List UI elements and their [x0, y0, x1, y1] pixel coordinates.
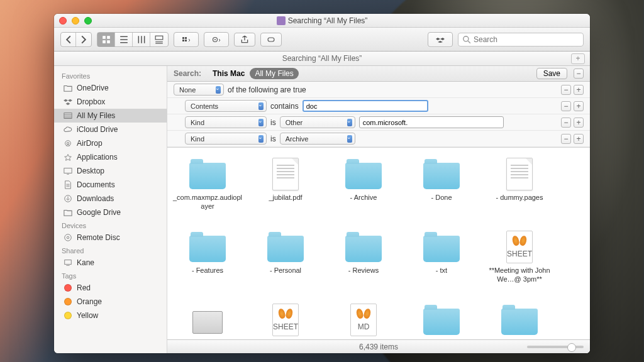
icon-view-button[interactable] [97, 33, 115, 47]
file-item[interactable]: SHEET# 5 best 4K games: the best…lay in … [247, 301, 325, 339]
criteria-attr-dropdown[interactable]: Kind [185, 116, 267, 128]
sidebar-item-applications[interactable]: Applications [54, 150, 167, 164]
sidebar-item-yellow[interactable]: Yellow [54, 309, 167, 322]
sidebar-item-kane[interactable]: Kane [54, 256, 167, 270]
sidebar-item-dropbox[interactable]: Dropbox [54, 95, 167, 109]
file-name: - dummy.pages [496, 193, 543, 202]
svg-rect-4 [155, 36, 163, 40]
search-label: Search: [174, 69, 201, 78]
search-input[interactable] [474, 35, 579, 44]
sidebar-item-label: Google Drive [77, 208, 121, 217]
pages-icon [499, 158, 540, 190]
remove-criteria-button[interactable]: − [561, 134, 571, 144]
svg-rect-0 [103, 36, 106, 39]
sidebar-item-onedrive[interactable]: OneDrive [54, 81, 167, 95]
svg-rect-20 [65, 260, 72, 265]
tag-icon [63, 283, 73, 293]
remove-criteria-button[interactable]: − [574, 69, 584, 79]
coverflow-view-button[interactable] [150, 33, 168, 47]
action-button[interactable] [204, 33, 228, 47]
criteria-value-dropdown[interactable]: Archive [280, 133, 355, 145]
criteria-attr-dropdown[interactable]: Kind [185, 133, 267, 145]
file-item[interactable]: $RECYCLE.BIN [480, 301, 558, 339]
criteria-row: Contentscontains−+ [167, 98, 590, 114]
sidebar-item-documents[interactable]: Documents [54, 178, 167, 192]
back-button[interactable] [61, 33, 76, 47]
file-item[interactable]: _com.maxmpz.audioplayer [169, 155, 247, 228]
dropbox-icon [63, 97, 73, 107]
folder-icon [265, 231, 306, 263]
forward-button[interactable] [76, 33, 91, 47]
criteria-input[interactable] [303, 100, 428, 112]
scope-this-mac[interactable]: This Mac [208, 68, 250, 79]
sidebar-item-google-drive[interactable]: Google Drive [54, 206, 167, 219]
arrange-button[interactable] [174, 33, 198, 47]
add-criteria-button[interactable]: + [574, 85, 584, 95]
file-item[interactable]: - Reviews [325, 228, 402, 301]
sidebar-item-label: AirDrop [77, 139, 103, 148]
file-item[interactable]: - txt [402, 228, 480, 301]
toolbar [54, 28, 590, 52]
item-count: 6,439 items [359, 343, 398, 351]
criteria-attr-dropdown[interactable]: None [174, 84, 224, 96]
sidebar-item-airdrop[interactable]: AirDrop [54, 136, 167, 150]
sidebar-header: Devices [54, 219, 167, 231]
share-button[interactable] [234, 33, 255, 47]
file-item[interactable]: - Features [169, 228, 247, 301]
file-item[interactable]: /.JPG [169, 301, 247, 339]
file-item[interactable]: SHEET**Meeting with John We…@ 3pm** [480, 228, 558, 301]
sidebar-item-remote-disc[interactable]: Remote Disc [54, 231, 167, 244]
sidebar-item-icloud-drive[interactable]: iCloud Drive [54, 123, 167, 136]
folder-icon [187, 231, 228, 263]
sidebar-item-desktop[interactable]: Desktop [54, 164, 167, 178]
criteria-input[interactable] [359, 116, 504, 128]
file-grid[interactable]: _com.maxmpz.audioplayer_jubilat.pdf- Arc… [167, 148, 590, 339]
cloud-icon [63, 124, 73, 134]
sidebar-item-red[interactable]: Red [54, 281, 167, 295]
sidebar-item-label: Kane [77, 258, 94, 267]
sidebar: FavoritesOneDriveDropboxAll My FilesiClo… [54, 66, 167, 353]
sidebar-item-all-my-files[interactable]: All My Files [54, 109, 167, 123]
criteria-value-dropdown[interactable]: Other [280, 116, 355, 128]
scope-all-my-files[interactable]: All My Files [250, 68, 298, 79]
folder-icon [63, 83, 73, 93]
dropbox-button[interactable] [428, 33, 452, 47]
remove-criteria-button[interactable]: − [561, 118, 571, 128]
folder-icon [421, 231, 462, 263]
remove-criteria-button[interactable]: − [561, 101, 571, 111]
sidebar-item-label: OneDrive [77, 84, 109, 92]
file-item[interactable]: - Done [402, 155, 480, 228]
file-item[interactable]: _jubilat.pdf [247, 155, 325, 228]
add-criteria-button[interactable]: + [574, 101, 584, 111]
list-view-button[interactable] [115, 33, 133, 47]
file-item[interactable]: - Archive [325, 155, 402, 228]
add-criteria-button[interactable]: + [574, 118, 584, 128]
tags-button[interactable] [260, 33, 282, 47]
sidebar-item-orange[interactable]: Orange [54, 295, 167, 309]
svg-point-14 [65, 141, 71, 146]
add-criteria-button[interactable]: + [574, 134, 584, 144]
file-item[interactable]: - Personal [247, 228, 325, 301]
criteria-attr-dropdown[interactable]: Contents [185, 100, 267, 112]
column-view-button[interactable] [133, 33, 150, 47]
file-name: _jubilat.pdf [269, 193, 302, 202]
pdf-icon [265, 158, 306, 190]
zoom-slider[interactable] [527, 346, 584, 348]
computer-icon [63, 258, 73, 268]
file-item[interactable]: MD• Age- 45.md [325, 301, 402, 339]
save-search-button[interactable]: Save [536, 68, 567, 79]
search-header: Search: This MacAll My Files Save − [167, 66, 590, 82]
sidebar-item-downloads[interactable]: Downloads [54, 192, 167, 206]
file-item[interactable]: $RECYCLE.BIN [402, 301, 480, 339]
titlebar[interactable]: Searching “All My Files” [54, 14, 590, 28]
folder-icon [421, 304, 462, 336]
remove-criteria-button[interactable]: − [561, 85, 571, 95]
finder-window: Searching “All My Files” Searching “All … [54, 14, 590, 353]
docs-icon [63, 180, 73, 190]
svg-rect-1 [107, 36, 110, 39]
file-name: - Reviews [348, 266, 379, 275]
jpg-icon [187, 304, 228, 336]
file-item[interactable]: - dummy.pages [480, 155, 558, 228]
file-name: - Done [431, 193, 452, 202]
search-field[interactable] [458, 33, 584, 47]
